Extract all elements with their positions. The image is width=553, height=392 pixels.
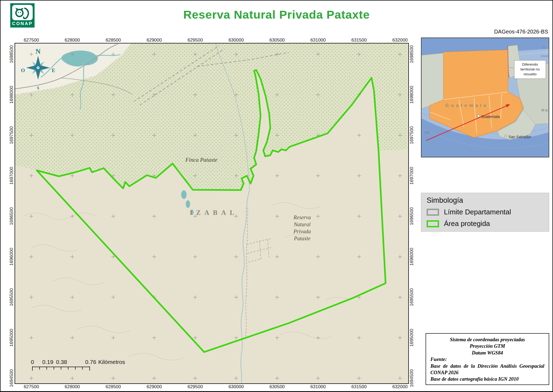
coordinate-label: 631500: [351, 38, 367, 43]
protected-area-swatch: [427, 220, 439, 227]
departmental-boundary-swatch: [427, 209, 439, 216]
coordinate-label: 627500: [24, 384, 39, 390]
coordinate-label: 1698000: [9, 86, 14, 104]
san-salvador-label: San Salvador: [508, 135, 531, 139]
sea-text-fragment: Hond: [541, 54, 548, 58]
coordinate-label: 629500: [187, 384, 203, 390]
compass-hub-dot: [38, 67, 39, 68]
scalebar-tick-label: 0.76: [85, 359, 96, 365]
inset-svg: [422, 38, 549, 157]
coordinate-label: 1696500: [9, 207, 14, 225]
projection-line: Proyección GTM: [430, 343, 544, 349]
coordinate-label: 1696000: [409, 248, 414, 266]
coordinate-label: 629000: [147, 384, 162, 390]
compass-north-label: N: [36, 48, 41, 55]
scalebar-tick-label: 0: [31, 359, 34, 365]
coordinate-label: 632000: [392, 38, 408, 43]
projection-line: Sistema de coordenadas proyectadas: [430, 336, 544, 343]
page-title: Reserva Natural Privada Pataxte: [1, 8, 552, 21]
legend: Simbología Límite Departamental Área pro…: [421, 193, 549, 232]
coordinate-label: 1698500: [409, 45, 414, 63]
coordinate-label: 628000: [65, 38, 80, 43]
coordinate-label: 628000: [65, 384, 80, 390]
coordinate-label: 630000: [228, 384, 244, 390]
scalebar-tick-label: 0.19: [42, 359, 53, 365]
compass-rose: N O E S: [19, 46, 57, 92]
coordinate-label: 627500: [24, 38, 39, 43]
coordinate-label: 631000: [311, 384, 326, 390]
scalebar-tick-label: 0.38: [56, 359, 67, 365]
coordinate-label: 1697500: [409, 126, 414, 144]
coordinate-label: 1698000: [409, 86, 414, 104]
compass-east-label: E: [52, 67, 55, 73]
coordinate-label: 1697000: [9, 167, 14, 185]
source-line: Base de datos de la Dirección Análisis G…: [430, 363, 544, 376]
sheet: CONAP Reserva Natural Privada Pataxte DA…: [0, 0, 553, 392]
document-code: DAGeos-476-2026-BS: [494, 29, 548, 35]
coordinate-label: 1695000: [9, 329, 14, 347]
legend-item-label: Área protegida: [444, 219, 490, 228]
source-box: Sistema de coordenadas proyectadas Proye…: [426, 333, 549, 385]
coordinate-label: 630500: [269, 38, 285, 43]
coordinate-label: 1695500: [409, 288, 414, 306]
map-frame: N O E S Finca Pataxte IZABAL Reserva Nat…: [15, 43, 409, 384]
projection-line: Datum WGS84: [430, 350, 544, 356]
coordinate-label: 631000: [311, 38, 326, 43]
coordinate-label: 630000: [228, 38, 244, 43]
coordinate-label: 1696500: [409, 207, 414, 225]
coordinate-label: 630500: [269, 384, 285, 390]
coordinate-label: 1696000: [9, 248, 14, 266]
coordinate-label: 628500: [106, 384, 121, 390]
map-canvas: N O E S Finca Pataxte IZABAL Reserva Nat…: [15, 43, 408, 383]
legend-item-departmental: Límite Departamental: [427, 208, 544, 216]
reserve-name-label: Reserva Natural Privada Pataxte: [294, 214, 311, 242]
coordinate-label: 629500: [187, 38, 203, 43]
dispute-callout: Diferendo territorial no resuelto: [514, 60, 546, 79]
compass-south-label: S: [37, 86, 39, 90]
legend-item-protected-area: Área protegida: [427, 219, 544, 228]
logo-text: CONAP: [12, 21, 33, 26]
road-number-label: 721: [424, 130, 430, 134]
coordinate-label: 1695500: [9, 288, 14, 306]
coordinate-label: 1697500: [9, 126, 14, 144]
department-label: IZABAL: [190, 209, 238, 217]
legend-title: Simbología: [427, 196, 544, 205]
coordinate-label: 1698500: [9, 45, 14, 63]
coordinate-label: 1697000: [409, 167, 414, 185]
coordinate-label: 632000: [392, 384, 408, 390]
reserve-name-line: Reserva: [294, 214, 311, 221]
city-marker-guatemala: [477, 115, 480, 117]
reserve-name-line: Pataxte: [294, 235, 311, 242]
coordinate-label: 1694500: [9, 369, 14, 387]
coordinate-label: 1694500: [409, 369, 414, 387]
guatemala-city-label: Guatemala: [481, 114, 500, 119]
reserve-name-line: Privada: [294, 228, 311, 235]
coordinate-label: 628500: [106, 38, 121, 43]
reserve-name-line: Natural: [294, 221, 311, 228]
legend-item-label: Límite Departamental: [444, 208, 511, 216]
inset-map: Guatemala Guatemala San Salvador Ho 721 …: [421, 38, 549, 157]
coordinate-label: 629000: [147, 38, 162, 43]
fuente-label: Fuente:: [430, 356, 544, 363]
scalebar-unit-label: Kilómetros: [98, 359, 125, 365]
source-line: Base de datos cartografía básica IGN 201…: [430, 376, 544, 382]
finca-pataxte-label: Finca Pataxte: [186, 157, 217, 163]
sea-text-fragment: Gu: [542, 46, 546, 49]
coordinate-label: 631500: [351, 384, 367, 390]
city-marker-san-salvador: [505, 135, 507, 137]
honduras-partial-label: Ho: [541, 108, 549, 112]
coordinate-label: 1695000: [409, 329, 414, 347]
country-label: Guatemala: [445, 103, 488, 108]
compass-west-label: O: [21, 67, 25, 73]
mexico-shape: [422, 53, 443, 109]
